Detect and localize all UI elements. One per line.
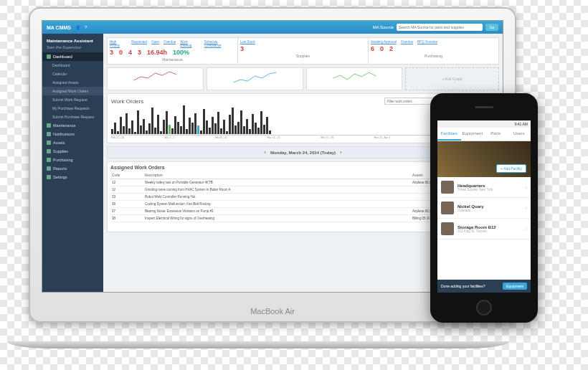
chart-bar[interactable]: [217, 112, 219, 134]
search-input[interactable]: [397, 24, 483, 31]
chart-bar[interactable]: [163, 120, 165, 134]
chart-bar[interactable]: [134, 132, 136, 134]
sidebar-item[interactable]: Supplies: [42, 147, 103, 156]
chart-bar[interactable]: [197, 125, 199, 134]
chart-bar[interactable]: [123, 126, 125, 134]
chart-bar[interactable]: [177, 122, 179, 134]
sidebar-item[interactable]: Dashboard: [42, 61, 103, 70]
chart-bar[interactable]: [212, 117, 214, 134]
chart-bar[interactable]: [266, 117, 268, 134]
add-facility-button[interactable]: + Add Facility: [496, 164, 526, 173]
current-date: Monday, March 24, 2014 (Today): [270, 151, 336, 155]
phone-frame: 9:41 AM FacilitiesEquipmentPartsUsers + …: [430, 93, 538, 323]
phone-tab[interactable]: Equipment: [461, 128, 485, 141]
phone-tab[interactable]: Users: [508, 128, 531, 141]
chart-bar[interactable]: [191, 123, 194, 134]
footer-next-button[interactable]: Equipment: [503, 283, 527, 290]
sidebar-item[interactable]: Calendar: [42, 70, 103, 78]
chart-bar[interactable]: [200, 131, 202, 134]
laptop-base: [7, 341, 509, 348]
chart-bar[interactable]: [214, 123, 217, 134]
chart-bar[interactable]: [226, 131, 228, 134]
sidebar-item[interactable]: Assets: [42, 138, 103, 147]
chart-bar[interactable]: [151, 108, 153, 134]
sidebar-item[interactable]: Dashboard: [42, 52, 103, 61]
sidebar-item[interactable]: Reports: [42, 164, 103, 173]
sidebar-item[interactable]: Purchasing: [42, 156, 103, 164]
mini-chart[interactable]: [306, 67, 403, 90]
footer-prompt: Done adding your facilities?: [441, 284, 485, 288]
chart-bar[interactable]: [171, 128, 174, 134]
chart-bar[interactable]: [194, 113, 196, 134]
prev-day-button[interactable]: ‹: [264, 149, 266, 156]
chart-bar[interactable]: [249, 129, 251, 134]
sidebar-item[interactable]: My Purchase Requests: [42, 104, 103, 113]
mini-chart[interactable]: [207, 67, 303, 90]
phone-tab[interactable]: Facilities: [437, 128, 461, 141]
chart-bar[interactable]: [131, 120, 133, 134]
nav-icon: [47, 132, 51, 136]
chart-bar[interactable]: [146, 131, 148, 134]
user-icon[interactable]: 👤: [75, 25, 80, 30]
chart-bar[interactable]: [148, 123, 151, 134]
phone-home-button[interactable]: [476, 300, 492, 316]
chart-bar[interactable]: [114, 123, 116, 134]
search-go-button[interactable]: Go: [485, 24, 498, 31]
phone-tab[interactable]: Parts: [484, 128, 508, 141]
chart-bar[interactable]: [189, 118, 191, 134]
chart-bar[interactable]: [229, 115, 231, 134]
facility-item[interactable]: HeadquartersTimes Square, New York›: [437, 177, 531, 198]
chart-bar[interactable]: [128, 128, 131, 134]
sidebar-item[interactable]: Notifications: [42, 130, 103, 138]
chart-bar[interactable]: [252, 114, 254, 134]
chart-bar[interactable]: [140, 125, 142, 134]
help-icon[interactable]: ?: [85, 25, 87, 29]
chart-bar[interactable]: [232, 108, 234, 134]
chart-bar[interactable]: [160, 131, 162, 134]
chart-bar[interactable]: [111, 129, 113, 134]
chart-bar[interactable]: [209, 128, 211, 134]
chart-bar[interactable]: [220, 128, 222, 134]
facility-item[interactable]: Storage Room B12213 King St, Toronto›: [437, 219, 531, 239]
chart-bar[interactable]: [260, 111, 262, 134]
chart-bar[interactable]: [237, 122, 240, 134]
chart-bar[interactable]: [246, 119, 248, 134]
chart-bar[interactable]: [166, 111, 168, 134]
sidebar-item[interactable]: Settings: [42, 173, 103, 181]
chart-bar[interactable]: [154, 128, 156, 134]
next-day-button[interactable]: ›: [340, 149, 342, 156]
sidebar-item[interactable]: Submit Purchase Request: [42, 113, 103, 121]
mini-charts-row: + Add Graph: [107, 67, 499, 90]
wo-filter-input[interactable]: [384, 98, 435, 105]
chart-bar[interactable]: [125, 113, 128, 134]
chart-bar[interactable]: [269, 131, 271, 134]
chart-bar[interactable]: [240, 110, 242, 134]
mini-chart[interactable]: [107, 67, 204, 90]
chart-bar[interactable]: [120, 117, 122, 134]
chart-bar[interactable]: [234, 125, 237, 134]
facility-item[interactable]: Nickel QuaryColorado›: [437, 198, 531, 219]
chart-bar[interactable]: [263, 125, 265, 134]
chart-bar[interactable]: [223, 120, 225, 134]
chart-bar[interactable]: [243, 126, 245, 134]
chevron-right-icon: ›: [526, 185, 527, 190]
chart-bar[interactable]: [117, 131, 119, 134]
chart-bar[interactable]: [180, 126, 182, 134]
chart-bar[interactable]: [137, 110, 139, 134]
chart-bar[interactable]: [257, 128, 260, 134]
sidebar-item[interactable]: Assigned Assets: [42, 78, 103, 87]
sidebar-item[interactable]: Submit Work Request: [42, 95, 103, 104]
chart-bar[interactable]: [186, 129, 188, 134]
sidebar-item[interactable]: Assigned Work Orders: [42, 87, 103, 95]
chart-bar[interactable]: [169, 125, 171, 134]
chart-bar[interactable]: [143, 119, 145, 134]
source-label: MA Source: [373, 25, 394, 29]
add-chart-button[interactable]: + Add Graph: [405, 67, 499, 90]
chart-bar[interactable]: [206, 120, 208, 134]
chart-bar[interactable]: [203, 109, 205, 134]
chart-bar[interactable]: [183, 105, 185, 134]
sidebar-item[interactable]: Maintenance: [42, 121, 103, 130]
chart-bar[interactable]: [174, 116, 176, 134]
chart-bar[interactable]: [255, 123, 257, 134]
chart-bar[interactable]: [157, 115, 159, 134]
